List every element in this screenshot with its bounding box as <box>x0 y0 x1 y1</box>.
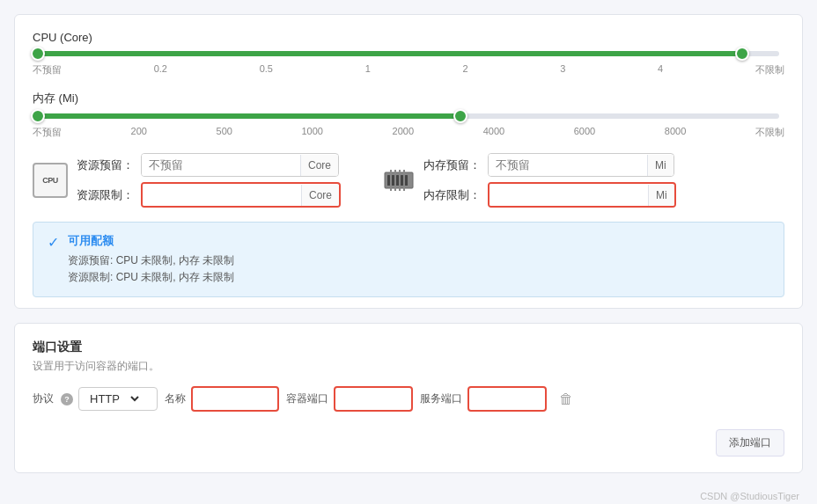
port-section: 端口设置 设置用于访问容器的端口。 协议 ? HTTP HTTPS TCP UD… <box>14 323 803 473</box>
service-port-label: 服务端口 <box>420 391 462 406</box>
svg-rect-11 <box>394 187 396 191</box>
mem-reserve-input-wrapper: Mi <box>488 153 674 177</box>
mem-limit-row: 内存限制： 2000 Mi <box>423 182 676 208</box>
svg-rect-2 <box>392 175 394 186</box>
mem-reserve-row: 内存预留： Mi <box>423 153 676 177</box>
name-label: 名称 <box>165 391 186 406</box>
port-row: 协议 ? HTTP HTTPS TCP UDP 名称 http-8848 <box>33 386 784 412</box>
cpu-reserve-input-wrapper: Core <box>141 153 339 177</box>
svg-rect-3 <box>396 175 399 186</box>
mem-thumb-right[interactable] <box>453 109 467 123</box>
svg-rect-6 <box>390 170 392 173</box>
svg-rect-13 <box>403 187 405 191</box>
svg-rect-9 <box>403 170 405 173</box>
cpu-inputs: 资源预留： Core 资源限制： 2 Core <box>77 153 341 208</box>
mem-reserve-input[interactable] <box>489 154 647 176</box>
mem-track[interactable] <box>38 113 779 119</box>
cpu-reserve-unit: Core <box>300 155 338 176</box>
mem-limit-unit: Mi <box>648 185 674 206</box>
mem-slider-wrapper[interactable] <box>33 113 784 119</box>
mem-inputs: 内存预留： Mi 内存限制： 2000 Mi <box>423 153 676 208</box>
cpu-reserve-input[interactable] <box>142 154 300 176</box>
cpu-icon: CPU <box>33 163 68 198</box>
svg-rect-7 <box>394 170 396 173</box>
cpu-icon-text: CPU <box>42 176 58 185</box>
cpu-ticks: 不预留 0.2 0.5 1 2 3 4 不限制 <box>33 60 784 77</box>
cpu-limit-input[interactable]: 2 <box>143 184 301 206</box>
cpu-form-group: CPU 资源预留： Core 资源限制： 2 Core <box>33 153 341 208</box>
resource-form-row: CPU 资源预留： Core 资源限制： 2 Core <box>33 153 784 208</box>
protocol-select-wrapper[interactable]: HTTP HTTPS TCP UDP <box>78 387 158 411</box>
container-port-group: 容器端口 8848 <box>286 386 413 412</box>
protocol-label: 协议 <box>33 391 54 406</box>
mem-limit-input-wrapper: 2000 Mi <box>488 182 676 208</box>
svg-rect-1 <box>387 175 390 186</box>
mem-label: 内存 (Mi) <box>33 91 784 106</box>
mem-limit-input[interactable]: 2000 <box>489 184 648 206</box>
cpu-slider-container: CPU (Core) 不预留 0.2 0.5 1 2 3 4 不限制 <box>33 31 784 77</box>
container-port-input[interactable]: 8848 <box>334 386 413 412</box>
resource-section: CPU (Core) 不预留 0.2 0.5 1 2 3 4 不限制 <box>14 14 803 309</box>
cpu-label: CPU (Core) <box>33 31 784 44</box>
svg-rect-12 <box>399 187 401 191</box>
delete-port-button[interactable]: 🗑 <box>554 388 578 411</box>
port-name-input[interactable]: http-8848 <box>191 386 279 412</box>
protocol-help-icon[interactable]: ? <box>61 393 73 405</box>
main-container: CPU (Core) 不预留 0.2 0.5 1 2 3 4 不限制 <box>0 0 817 504</box>
cpu-limit-row: 资源限制： 2 Core <box>77 182 341 208</box>
service-port-group: 服务端口 8848 <box>420 386 547 412</box>
port-section-title: 端口设置 <box>33 340 784 355</box>
mem-icon <box>383 164 415 196</box>
service-port-input[interactable]: 8848 <box>467 386 547 412</box>
protocol-group: 协议 ? HTTP HTTPS TCP UDP <box>33 387 158 411</box>
cpu-track[interactable] <box>38 51 779 56</box>
info-title: 可用配额 <box>68 233 234 249</box>
cpu-slider-wrapper[interactable] <box>33 51 784 56</box>
mem-slider-container: 内存 (Mi) 不预留 200 500 1000 2000 4000 6000 … <box>33 91 784 139</box>
mem-thumb-left[interactable] <box>31 109 45 123</box>
cpu-reserve-label: 资源预留： <box>77 157 134 173</box>
cpu-limit-label: 资源限制： <box>77 187 134 203</box>
info-box: ✓ 可用配额 资源预留: CPU 未限制, 内存 未限制 资源限制: CPU 未… <box>33 222 784 297</box>
cpu-limit-unit: Core <box>301 185 339 206</box>
protocol-select[interactable]: HTTP HTTPS TCP UDP <box>86 391 142 406</box>
ram-svg <box>383 168 415 193</box>
mem-reserve-unit: Mi <box>647 155 673 176</box>
name-group: 名称 http-8848 <box>165 386 279 412</box>
cpu-reserve-row: 资源预留： Core <box>77 153 341 177</box>
mem-fill <box>38 113 460 119</box>
check-icon: ✓ <box>48 234 59 251</box>
watermark: CSDN @StudiousTiger <box>14 487 803 501</box>
cpu-thumb-right[interactable] <box>735 47 749 61</box>
info-line2: 资源限制: CPU 未限制, 内存 未限制 <box>68 269 234 286</box>
cpu-limit-input-wrapper: 2 Core <box>141 182 341 208</box>
mem-ticks: 不预留 200 500 1000 2000 4000 6000 8000 不限制 <box>33 122 784 139</box>
cpu-thumb-left[interactable] <box>31 47 45 61</box>
add-port-wrapper: 添加端口 <box>33 420 784 457</box>
port-section-subtitle: 设置用于访问容器的端口。 <box>33 359 784 374</box>
svg-rect-10 <box>390 187 392 191</box>
svg-rect-8 <box>399 170 401 173</box>
mem-reserve-label: 内存预留： <box>423 157 481 173</box>
svg-rect-5 <box>405 175 408 186</box>
cpu-fill <box>38 51 742 56</box>
add-port-button[interactable]: 添加端口 <box>716 429 784 457</box>
svg-rect-4 <box>401 175 403 186</box>
container-port-label: 容器端口 <box>286 391 328 406</box>
info-line1: 资源预留: CPU 未限制, 内存 未限制 <box>68 252 234 269</box>
mem-limit-label: 内存限制： <box>423 187 481 203</box>
mem-form-group: 内存预留： Mi 内存限制： 2000 Mi <box>383 153 676 208</box>
info-content: 可用配额 资源预留: CPU 未限制, 内存 未限制 资源限制: CPU 未限制… <box>68 233 234 286</box>
